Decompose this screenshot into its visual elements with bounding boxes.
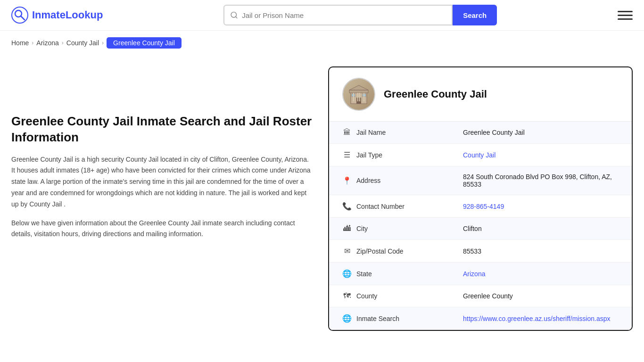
hamburger-line-2 bbox=[618, 15, 633, 16]
table-row: 🏛Jail NameGreenlee County Jail bbox=[329, 122, 632, 144]
table-value-cell: 824 South Coronado Blvd PO Box 998, Clif… bbox=[450, 166, 632, 195]
breadcrumb-home[interactable]: Home bbox=[11, 39, 29, 47]
row-icon: 🌐 bbox=[342, 269, 352, 278]
hamburger-line-1 bbox=[618, 11, 633, 12]
svg-rect-12 bbox=[357, 93, 358, 101]
table-label-cell: 🏛Jail Name bbox=[329, 122, 450, 144]
page-heading: Greenlee County Jail Inmate Search and J… bbox=[11, 114, 313, 146]
row-icon: ✉ bbox=[342, 247, 352, 255]
row-icon: 🏛 bbox=[342, 128, 352, 137]
table-row: 📍Address824 South Coronado Blvd PO Box 9… bbox=[329, 166, 632, 195]
logo-icon bbox=[11, 7, 28, 24]
table-row: 🗺CountyGreenlee County bbox=[329, 285, 632, 307]
search-area: Search bbox=[223, 5, 497, 25]
table-label-cell: 📍Address bbox=[329, 166, 450, 195]
table-value-cell[interactable]: Arizona bbox=[450, 263, 632, 285]
table-value-cell[interactable]: 928-865-4149 bbox=[450, 195, 632, 218]
row-label: County bbox=[356, 292, 377, 300]
building-icon bbox=[347, 82, 371, 106]
table-row: ✉Zip/Postal Code85533 bbox=[329, 240, 632, 263]
row-icon: 🌐 bbox=[342, 314, 352, 323]
row-label: Contact Number bbox=[356, 203, 405, 210]
table-value-cell: Clifton bbox=[450, 218, 632, 240]
row-label: City bbox=[356, 225, 368, 232]
table-value-cell[interactable]: https://www.co.greenlee.az.us/sheriff/mi… bbox=[450, 307, 632, 330]
logo-link[interactable]: InmateLookup bbox=[11, 7, 103, 24]
main-content: Greenlee County Jail Inmate Search and J… bbox=[0, 55, 644, 350]
svg-rect-6 bbox=[349, 90, 368, 93]
breadcrumb-category[interactable]: County Jail bbox=[66, 39, 99, 47]
hamburger-line-3 bbox=[618, 18, 633, 20]
row-icon: 🗺 bbox=[342, 292, 352, 300]
row-icon: 🏙 bbox=[342, 224, 352, 233]
table-value-cell: Greenlee County Jail bbox=[450, 122, 632, 144]
table-label-cell: 🗺County bbox=[329, 285, 450, 307]
table-value-cell[interactable]: County Jail bbox=[450, 144, 632, 166]
svg-rect-13 bbox=[359, 93, 360, 101]
svg-point-0 bbox=[12, 7, 28, 23]
info-table: 🏛Jail NameGreenlee County Jail☰Jail Type… bbox=[329, 122, 632, 330]
table-label-cell: ☰Jail Type bbox=[329, 144, 450, 166]
search-button[interactable]: Search bbox=[453, 5, 497, 25]
breadcrumb: Home › Arizona › County Jail › Greenlee … bbox=[0, 31, 644, 55]
card-title: Greenlee County Jail bbox=[384, 88, 487, 100]
table-value-cell: 85533 bbox=[450, 240, 632, 263]
menu-button[interactable] bbox=[618, 8, 633, 23]
row-icon: 📍 bbox=[342, 176, 352, 185]
logo-text: InmateLookup bbox=[32, 9, 103, 21]
table-value-link[interactable]: https://www.co.greenlee.az.us/sheriff/mi… bbox=[463, 315, 611, 322]
breadcrumb-state[interactable]: Arizona bbox=[36, 39, 58, 47]
svg-marker-7 bbox=[349, 85, 368, 90]
description-para-2: Below we have given information about th… bbox=[11, 218, 313, 240]
breadcrumb-current: Greenlee County Jail bbox=[107, 37, 182, 49]
table-row: 🌐StateArizona bbox=[329, 263, 632, 285]
table-label-cell: 🌐Inmate Search bbox=[329, 307, 450, 330]
search-icon bbox=[230, 11, 238, 19]
search-input[interactable] bbox=[242, 11, 446, 19]
header: InmateLookup Search bbox=[0, 0, 644, 31]
row-label: Inmate Search bbox=[356, 315, 399, 322]
table-value-link[interactable]: County Jail bbox=[463, 151, 495, 159]
card-header: Greenlee County Jail bbox=[329, 67, 632, 122]
table-value-cell: Greenlee County bbox=[450, 285, 632, 307]
table-label-cell: 📞Contact Number bbox=[329, 195, 450, 218]
breadcrumb-sep-3: › bbox=[102, 40, 104, 46]
svg-rect-11 bbox=[353, 93, 354, 101]
row-label: Address bbox=[356, 177, 380, 184]
description-para-1: Greenlee County Jail is a high security … bbox=[11, 154, 313, 210]
info-card: Greenlee County Jail 🏛Jail NameGreenlee … bbox=[328, 66, 633, 331]
breadcrumb-sep-2: › bbox=[62, 40, 64, 46]
table-label-cell: 🏙City bbox=[329, 218, 450, 240]
row-icon: 📞 bbox=[342, 202, 352, 211]
search-box bbox=[223, 5, 453, 25]
svg-rect-14 bbox=[363, 93, 364, 101]
jail-avatar bbox=[342, 78, 375, 111]
table-value-link[interactable]: 928-865-4149 bbox=[463, 203, 504, 210]
svg-line-4 bbox=[236, 16, 237, 18]
table-row: ☰Jail TypeCounty Jail bbox=[329, 144, 632, 166]
row-label: Jail Type bbox=[356, 151, 382, 159]
jail-avatar-image bbox=[343, 79, 374, 110]
row-icon: ☰ bbox=[342, 150, 352, 159]
table-row: 🏙CityClifton bbox=[329, 218, 632, 240]
breadcrumb-sep-1: › bbox=[32, 40, 33, 46]
row-label: Zip/Postal Code bbox=[356, 247, 404, 255]
table-row: 📞Contact Number928-865-4149 bbox=[329, 195, 632, 218]
row-label: State bbox=[356, 270, 372, 278]
table-label-cell: 🌐State bbox=[329, 263, 450, 285]
svg-line-2 bbox=[21, 16, 25, 20]
table-label-cell: ✉Zip/Postal Code bbox=[329, 240, 450, 263]
left-panel: Greenlee County Jail Inmate Search and J… bbox=[11, 66, 313, 331]
svg-rect-8 bbox=[356, 98, 361, 104]
table-value-link[interactable]: Arizona bbox=[463, 270, 485, 278]
row-label: Jail Name bbox=[356, 129, 386, 136]
table-row: 🌐Inmate Searchhttps://www.co.greenlee.az… bbox=[329, 307, 632, 330]
